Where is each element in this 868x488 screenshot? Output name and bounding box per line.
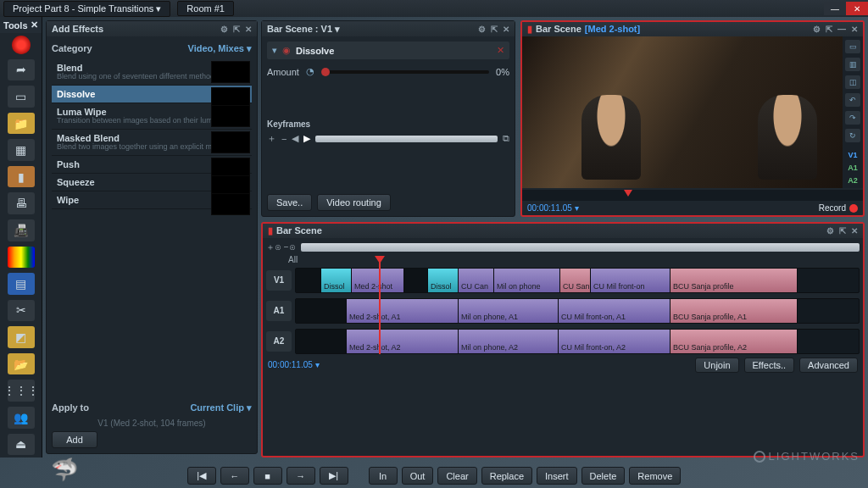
add-button[interactable]: Add bbox=[52, 431, 97, 448]
amount-slider[interactable] bbox=[321, 70, 489, 74]
clip[interactable]: CU Mil front-on, A2 bbox=[559, 330, 670, 353]
clip[interactable]: Med 2-shot, A2 bbox=[347, 330, 459, 353]
video-routing-button[interactable]: Video routing bbox=[317, 194, 391, 211]
panel-close-icon[interactable]: ✕ bbox=[503, 25, 509, 34]
track-label-v1[interactable]: V1 bbox=[266, 270, 292, 291]
room-menu[interactable]: Room #1 bbox=[177, 1, 234, 16]
record-button[interactable]: Record bbox=[819, 203, 858, 213]
effect-item-wipe[interactable]: Wipe bbox=[52, 191, 252, 209]
open-tool-icon[interactable]: 📂 bbox=[8, 353, 35, 375]
import-tool-icon[interactable]: ➦ bbox=[8, 59, 35, 81]
tag-tool-icon[interactable]: ◩ bbox=[8, 326, 35, 348]
track-btn-v1[interactable]: V1 bbox=[848, 151, 857, 159]
pin-icon[interactable]: ⇱ bbox=[491, 25, 498, 34]
effect-item-dissolve[interactable]: Dissolve bbox=[52, 86, 252, 103]
track-label-a1[interactable]: A1 bbox=[266, 301, 292, 321]
clip[interactable] bbox=[296, 330, 347, 353]
gear-icon[interactable]: ⚙ bbox=[826, 226, 834, 236]
clip[interactable]: BCU Sanja profile bbox=[670, 269, 798, 292]
folder-tool-icon[interactable]: 📁 bbox=[8, 113, 35, 135]
pin-icon[interactable]: ⇱ bbox=[839, 226, 846, 236]
apply-to-row[interactable]: Apply to Current Clip ▾ bbox=[52, 401, 252, 415]
pin-icon[interactable]: ⇱ bbox=[826, 25, 832, 34]
toggle-icon[interactable]: ◉ bbox=[282, 45, 291, 56]
clip[interactable]: Med 2-shot bbox=[352, 269, 404, 292]
minimize-icon[interactable]: — bbox=[837, 25, 846, 34]
viewer-timecode[interactable]: 00:00:11.05 ▾ bbox=[527, 203, 579, 213]
colorbars-tool-icon[interactable] bbox=[8, 247, 35, 269]
panel-close-icon[interactable]: ✕ bbox=[245, 25, 252, 34]
users-tool-icon[interactable]: 👥 bbox=[8, 407, 35, 429]
redo-icon[interactable]: ↷ bbox=[845, 111, 860, 125]
clip[interactable]: Mil on phone, A1 bbox=[459, 299, 559, 323]
clip[interactable] bbox=[404, 269, 428, 292]
effect-item-masked-blend[interactable]: Masked BlendBlend two images together us… bbox=[52, 130, 252, 156]
clip[interactable]: BCU Sanja profile, A1 bbox=[670, 299, 798, 323]
clip[interactable] bbox=[296, 269, 321, 292]
prev-button[interactable]: ← bbox=[220, 467, 249, 485]
playhead[interactable] bbox=[379, 258, 381, 354]
keyframe-bar[interactable] bbox=[315, 136, 498, 142]
calc-tool-icon[interactable]: ▤ bbox=[8, 273, 35, 295]
clip[interactable]: CU Mil front-on, A1 bbox=[559, 299, 670, 323]
stop-button[interactable]: ■ bbox=[253, 467, 282, 485]
export-tool-icon[interactable]: 📠 bbox=[8, 219, 35, 241]
apply-to-value[interactable]: Current Clip ▾ bbox=[190, 402, 252, 413]
track-btn-a2[interactable]: A2 bbox=[848, 176, 858, 185]
viewer-image[interactable] bbox=[522, 36, 843, 188]
cut-tool-icon[interactable]: ✂ bbox=[8, 300, 35, 322]
next-button[interactable]: → bbox=[287, 467, 315, 485]
minimize-button[interactable]: — bbox=[824, 2, 846, 15]
track-btn-a1[interactable]: A1 bbox=[848, 164, 858, 172]
effect-instance-row[interactable]: ▾ ◉ Dissolve ✕ bbox=[267, 42, 509, 59]
out-button[interactable]: Out bbox=[402, 467, 434, 485]
timeline-timecode[interactable]: 00:00:11.05 ▾ bbox=[268, 360, 320, 369]
track-label-a2[interactable]: A2 bbox=[266, 331, 292, 352]
project-menu[interactable]: Project Part 8 - Simple Transitions ▾ bbox=[3, 1, 170, 17]
loop-icon[interactable]: ↻ bbox=[845, 129, 860, 142]
clip[interactable]: CU San bbox=[560, 269, 591, 292]
first-button[interactable]: |◀ bbox=[187, 467, 216, 485]
chevron-down-icon[interactable]: ▾ bbox=[272, 45, 277, 56]
gear-icon[interactable]: ⚙ bbox=[813, 25, 821, 34]
kf-graph-icon[interactable]: ⧉ bbox=[503, 133, 509, 144]
grid-tool-icon[interactable]: ▦ bbox=[8, 139, 35, 161]
remove-effect-icon[interactable]: ✕ bbox=[497, 45, 504, 56]
clip[interactable]: BCU Sanja profile, A2 bbox=[670, 330, 798, 353]
clip[interactable]: Med 2-shot, A1 bbox=[347, 299, 459, 323]
panel-close-icon[interactable]: ✕ bbox=[851, 226, 858, 236]
close-button[interactable]: ✕ bbox=[846, 2, 868, 15]
clip[interactable]: Mil on phone, A2 bbox=[459, 330, 559, 353]
category-value[interactable]: Video, Mixes ▾ bbox=[188, 43, 253, 54]
tools-close-icon[interactable]: ✕ bbox=[31, 19, 38, 30]
effect-item-push[interactable]: Push bbox=[52, 156, 252, 174]
last-button[interactable]: ▶| bbox=[320, 467, 348, 485]
save-button[interactable]: Save.. bbox=[267, 194, 312, 211]
clear-button[interactable]: Clear bbox=[437, 467, 476, 485]
unjoin-button[interactable]: Unjoin bbox=[695, 358, 738, 373]
clip[interactable]: Dissol bbox=[428, 269, 459, 292]
effect-item-luma-wipe[interactable]: Luma WipeTransition between images based… bbox=[52, 103, 252, 130]
remove-button[interactable]: Remove bbox=[629, 467, 681, 485]
pin-icon[interactable]: ⇱ bbox=[233, 25, 240, 34]
split-icon[interactable]: ◫ bbox=[845, 75, 860, 89]
undo-icon[interactable]: ↶ bbox=[845, 93, 860, 107]
clip[interactable]: CU Mil front-on bbox=[591, 269, 670, 292]
layers-icon[interactable]: ▥ bbox=[845, 58, 860, 71]
category-row[interactable]: Category Video, Mixes ▾ bbox=[52, 42, 252, 59]
clip[interactable] bbox=[296, 299, 347, 323]
exit-tool-icon[interactable]: ⏏ bbox=[8, 434, 35, 456]
effect-item-squeeze[interactable]: Squeeze bbox=[52, 174, 252, 191]
gear-icon[interactable]: ⚙ bbox=[220, 25, 228, 34]
in-button[interactable]: In bbox=[369, 467, 398, 485]
keypad-tool-icon[interactable]: ⋮⋮⋮ bbox=[8, 380, 35, 402]
replace-button[interactable]: Replace bbox=[481, 467, 532, 485]
palette-tool-icon[interactable]: ▮ bbox=[8, 166, 35, 188]
clip[interactable]: Mil on phone bbox=[494, 269, 560, 292]
all-tracks-label[interactable]: All bbox=[266, 253, 860, 268]
kf-remove-icon[interactable]: − bbox=[281, 134, 287, 144]
zoom-controls[interactable]: ＋⊙ −⊙ bbox=[266, 241, 296, 253]
keyframe-toggle-icon[interactable]: ◔ bbox=[306, 66, 314, 77]
film-tool-icon[interactable]: ▭ bbox=[8, 86, 35, 108]
panel-close-icon[interactable]: ✕ bbox=[851, 25, 858, 34]
